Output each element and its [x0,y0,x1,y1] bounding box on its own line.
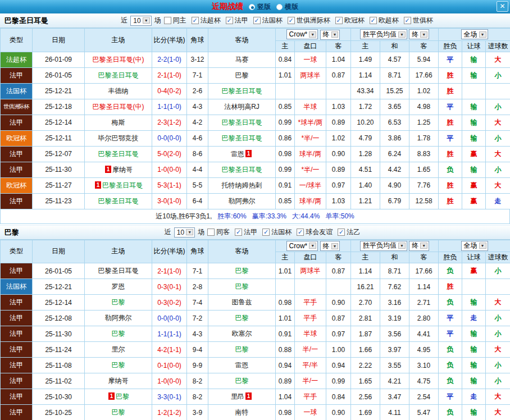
chevron-down-icon: ▼ [309,243,316,249]
league-filter-checkbox[interactable]: ✓欧超杯 [370,16,399,25]
avg-time-select[interactable]: 终▼ [409,241,429,251]
red-card-badge: 1 [108,392,115,400]
avg-draw-odds: 3.56 [380,326,409,342]
close-button[interactable]: ✕ [497,1,508,12]
avg-draw-odds: 4.21 [380,373,409,389]
col-header-away: 客场 [208,29,276,52]
league-filter-checkbox[interactable]: ✓法国杯 [262,227,292,237]
avg-time-select[interactable]: 终▼ [409,29,429,39]
league-filter-checkbox[interactable]: ✓球会友谊 [297,227,333,237]
odds-group-header: Crow*▼ 终▼ [276,29,351,41]
match-date: 25-12-08 [33,311,85,326]
checkbox-checked-icon: ✓ [226,17,233,24]
result-goals: 小 [486,326,510,342]
corner-count: 9-4 [187,342,208,358]
venue-filter-checkbox[interactable]: 同客 [207,227,230,237]
select-value: 终 [323,241,330,251]
checkbox-checked-icon: ✓ [253,17,261,24]
corner-count: 8-6 [187,146,208,162]
odds-handicap: 一球 [295,52,326,67]
away-team: 雷恩 [208,358,276,373]
avg-away-odds: 1.14 [409,279,439,295]
odds-company-select[interactable]: Crow*▼ [286,241,318,251]
corner-count: 4-2 [187,115,208,130]
layout-radio-vertical[interactable]: 竖版 [249,2,271,12]
league-filter-checkbox[interactable]: ✓法超杯 [192,16,221,25]
odds-away: 0.87 [326,263,351,279]
result-handicap: 输 [462,67,486,83]
corner-count: 4-6 [187,130,208,146]
league-filter-checkbox[interactable]: ✓法国杯 [253,16,283,25]
home-team: 巴黎 [85,405,152,420]
chevron-down-icon: ▼ [420,243,427,249]
match-count-select[interactable]: 10 ▼ [174,227,195,238]
avg-type-select[interactable]: 胜平负均值▼ [360,29,407,39]
avg-draw-odds: 4.57 [380,52,409,67]
avg-type-select[interactable]: 胜平负均值▼ [360,241,407,251]
odds-company-select[interactable]: Crow*▼ [286,29,318,39]
odds-time-select[interactable]: 终▼ [320,241,340,251]
away-team: 巴黎 [208,373,276,389]
checkbox-checked-icon: ✓ [370,17,377,24]
odds-home [276,279,295,295]
match-row: 法甲25-10-301巴黎3-3(0-1)8-2里昂11.04平手0.842.5… [1,389,510,405]
competition-type: 法甲 [1,358,33,373]
odds-handicap: 两球半 [295,67,326,83]
corner-count: 3-9 [187,405,208,420]
odds-home: 1.01 [276,263,295,279]
result-wdl: 负 [439,295,462,311]
odds-time-select[interactable]: 终▼ [320,30,340,40]
corner-count: 2-6 [187,83,208,99]
match-row: 法甲25-11-08巴黎0-1(0-0)9-9雷恩0.94平/半0.942.22… [1,358,510,373]
result-handicap: 输 [462,342,486,358]
red-card-badge: 1 [95,181,101,189]
home-team: 1摩纳哥 [85,162,152,177]
odds-handicap: *半/一 [295,130,326,146]
result-wdl: 负 [439,358,462,373]
odds-home: 1.01 [276,67,295,83]
away-team: 托特纳姆热刺 [208,177,276,193]
league-filter-checkbox[interactable]: ✓世俱杯 [404,16,433,25]
league-filter-checkbox[interactable]: ✓欧冠杯 [335,16,365,25]
team-section-header-psg: 巴黎圣日耳曼 近 10 ▼ 场 同主✓法超杯✓法甲✓法国杯✓世俱洲际杯✓欧冠杯✓… [0,13,510,28]
layout-radio-horizontal[interactable]: 横版 [276,2,298,12]
result-goals: 走 [486,193,510,209]
col-header-corner: 角球 [187,240,208,263]
avg-away-odds: 1.65 [409,162,439,177]
competition-type: 法甲 [1,389,33,405]
near-label: 近 [121,16,128,25]
odds-home: 0.84 [276,52,295,67]
match-date: 25-12-21 [33,279,85,295]
league-filter-checkbox[interactable]: ✓法乙 [338,227,360,237]
home-team: 毕尔巴鄂竞技 [85,130,152,146]
match-row: 法甲25-12-14巴黎0-3(0-2)7-4图鲁兹0.98平手0.902.70… [1,295,510,311]
match-count-select[interactable]: 10 ▼ [130,16,151,26]
scope-select[interactable]: 全场▼ [461,29,488,39]
venue-filter-checkbox[interactable]: 同主 [164,16,186,25]
avg-home-odds: 43.34 [351,83,380,99]
summary-stat: 赢率:33.3% [252,212,286,221]
odds-handicap: 半球 [295,99,326,115]
odds-handicap: 一/球半 [295,177,326,193]
league-filter-checkbox[interactable]: ✓法甲 [235,227,257,237]
odds-home: 0.99 [276,162,295,177]
avg-group-header: 胜平负均值▼ 终▼ [351,29,439,41]
away-team: 巴黎 [208,342,276,358]
match-row: 法甲26-01-05巴黎圣日耳曼2-1(1-0)7-1巴黎1.01两球半0.87… [1,67,510,83]
corner-count: 9-9 [187,358,208,373]
home-team: 里尔 [85,342,152,358]
league-filter-checkbox[interactable]: ✓世俱洲际杯 [288,16,330,25]
match-date: 25-10-25 [33,405,85,420]
red-card-badge: 1 [105,166,111,173]
select-value: 全场 [464,30,477,39]
home-team: 巴黎 [85,295,152,311]
odds-home: 1.01 [276,311,295,326]
match-score: 4-2(1-1) [152,342,187,358]
avg-home-odds: 2.70 [351,295,380,311]
filter-label: 法国杯 [271,227,292,237]
odds-away: 0.87 [326,311,351,326]
scope-select[interactable]: 全场▼ [461,241,488,251]
result-handicap: 输 [462,358,486,373]
away-team: 巴黎圣日耳曼 [208,130,276,146]
league-filter-checkbox[interactable]: ✓法甲 [226,16,248,25]
